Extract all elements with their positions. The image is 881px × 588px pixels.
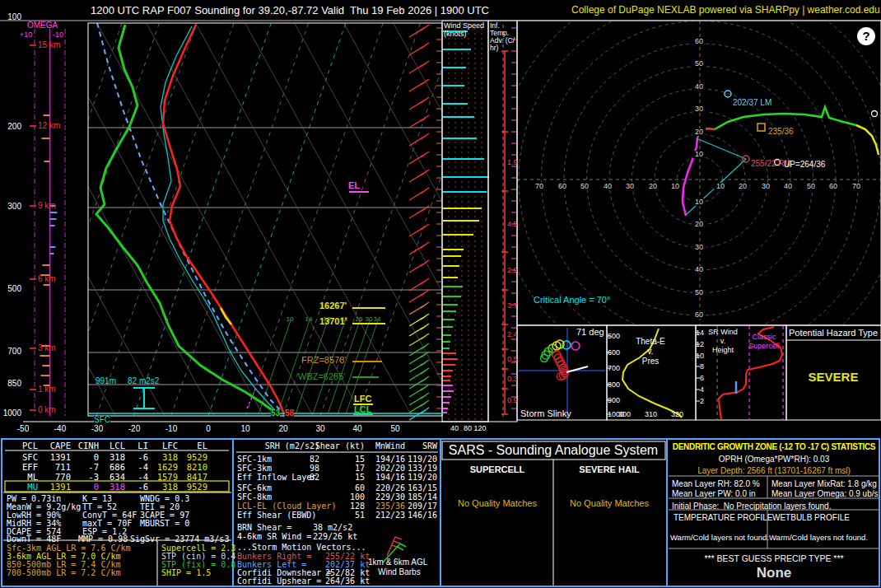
sars-title: SARS - Sounding Analogue System [442,444,664,457]
hodo-ring-label: 20 [692,128,706,136]
lapse-rate-value: 700-500mb LR = 7.2 C/km [7,569,120,577]
wind-speed-title: Wind Speed [444,22,484,30]
dgz-temp-profile-result: Warm/Cold layers not found. [670,534,769,542]
index-value: MBURST = 0 [140,520,189,528]
question-mark-icon: ? [862,29,869,43]
hodo-trace-high [856,125,879,155]
index-value: MMP = 0.98 [78,535,128,544]
wind-barb [409,400,429,413]
wind-barb [409,334,429,346]
dry-adiabat [245,23,461,416]
thetae-x-label: 300 [618,411,631,418]
dgz-mean-rh: Mean Layer RH: 82.0 % [672,480,760,488]
sars-col1-result: No Quality Matches [440,499,555,508]
omega-plus-label: +10 [20,31,32,39]
brn-shear-value: 38 m2/s2 [313,524,352,532]
kin-cell: 98 [270,464,319,473]
height-label: 3 km [38,344,56,352]
hodo-ring-label: 70 [533,183,546,190]
dgz-temperature-segment [221,308,231,324]
wind-barb [409,324,429,336]
temp-tick-label: -40 [50,425,70,433]
wind-barb [409,115,429,128]
sars-col2-result: No Quality Matches [552,499,667,508]
corfidi-down-marker [872,111,878,117]
kin-row-label: SFC-6km [237,484,272,492]
barb-caption-2: Wind Barbs [378,568,421,576]
hodo-ring-label: 60 [827,183,840,190]
hodo-ring-label: 40 [692,266,706,273]
dgz-mean-pw: Mean Layer PW: 0.0 in [672,490,756,498]
thetae-x-label: 320 [671,411,683,418]
wind-barb [409,133,429,146]
hodo-ring-label: 30 [623,183,636,190]
index-value: DownT = 48F [7,535,61,544]
adv-value: 2.9 [507,267,518,274]
dgz-best-guess-header: *** BEST GUESS PRECIP TYPE *** [669,554,879,563]
mean-wind-label: 235/36 [768,128,794,136]
left-mover-label: 202/37 LM [733,99,771,107]
eil-height-label: 991m [96,377,116,385]
height-label: 9 km [38,202,56,210]
hodo-ring-label: 20 [692,221,706,228]
dgz-layer-depth: Layer Depth: 2566 ft (13701-16267 ft msl… [669,467,879,475]
adv-value: 2.4 [507,331,518,338]
parcel-cell: 8210 [171,463,207,472]
sharppy-sounding-app: 1200 UTC RAP F007 Sounding for 39.20,-87… [0,0,881,588]
parcel-cell: SFC [2,453,38,462]
pressure-label-1000: 1000 [2,409,21,418]
isotherm [357,23,495,416]
pressure-label-100: 100 [2,13,21,21]
lcl-label: LCL [354,405,371,414]
dgz-best-guess-value: None [669,566,879,580]
thetae-x-label: 310 [645,411,657,418]
adv-value: 3.7 [507,302,518,310]
sars-col2-header: SEVERE HAIL [556,465,663,474]
thetae-title-line: v. [626,348,675,356]
hazard-value: SEVERE [786,371,880,383]
index-value: SigSvr = 23774 m3/s3 [130,535,229,544]
corfidi-up-label: Corfidi Upshear = [237,577,321,586]
hodo-ring-label: 40 [781,183,795,190]
omega-title: OMEGA [27,21,58,30]
hodo-ring-label: 20 [736,183,749,190]
adv-title-line: hr) [490,44,498,52]
hodo-ring-label: 50 [804,183,818,190]
parcel-cell: EFF [2,463,38,472]
help-button[interactable]: ? [857,27,875,45]
wind-speed-units: (knots) [444,30,467,38]
parcel-cell: 9529 [171,483,207,492]
critical-angle-label: Critical Angle = 70° [534,296,610,305]
wind-barb [409,224,429,236]
kin-row-label: Eff Shear (EBWD) [237,511,316,520]
sfc-dewpoint-f: 53 [271,409,280,418]
parcel-cell: MU [2,483,38,492]
srwind-y-label: 12 [694,341,704,348]
isotherm [0,23,48,416]
wind-barb [409,290,429,302]
height-label: 0 km [38,406,56,414]
kin-cell: 163/15 [388,484,437,492]
srwind-y-label: 10 [694,352,704,360]
hodo-ring-label: 30 [759,183,772,190]
wind-axis-label: 120 [473,425,487,432]
hodo-ring-label: 10 [714,183,727,190]
dgz-wetbulb-profile-header: WETBULB PROFILE [772,514,850,522]
thetae-title-line: Pres [626,357,675,366]
pressure-label-850: 850 [2,380,21,388]
sfc-label: SFC [94,416,110,424]
adv-value: 4.5 [507,221,518,228]
mixing-ratio-label: 14 [303,316,315,323]
wind-barb [409,260,429,273]
sfc-temp-f: 58 [285,409,294,418]
hodo-ring-label: 50 [578,183,591,190]
wind-barb [409,79,429,91]
sounding-title: 1200 UTC RAP F007 Sounding for 39.20,-87… [91,5,489,16]
isotherm [0,23,122,416]
kin-cell: 146/16 [388,511,437,520]
height-label: 1 km [38,385,56,394]
dgz-mean-mixrat: Mean Layer MixRat: 1.8 g/kg [771,480,877,488]
height-label: 15 km [38,41,60,49]
dry-adiabat [344,23,560,416]
thetae-y-label: 700 [608,365,620,372]
